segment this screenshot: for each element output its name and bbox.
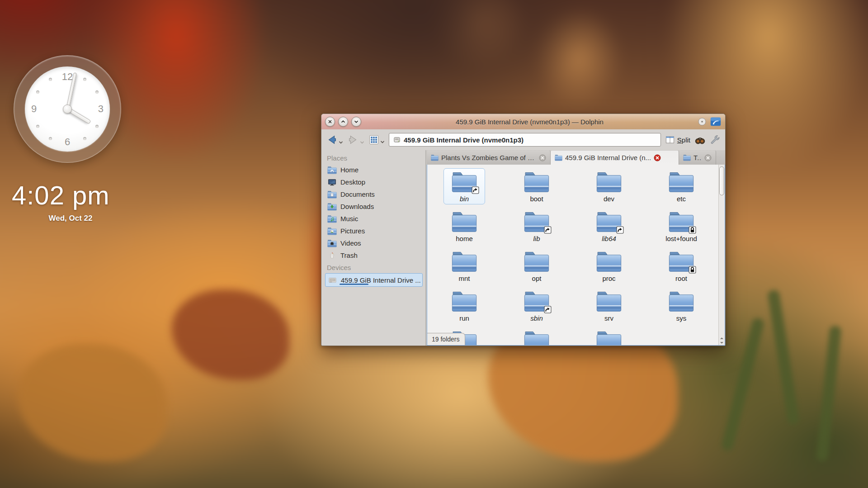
folder-item: etc xyxy=(660,168,702,204)
folder-dev[interactable]: dev xyxy=(573,168,645,208)
folder-icon xyxy=(524,330,550,346)
trash-icon xyxy=(327,251,337,260)
folder-grid: bin boot dev etc xyxy=(428,165,717,346)
scroll-up-button[interactable] xyxy=(720,337,724,340)
folder-item: lib xyxy=(516,208,557,244)
settings-wrench-button[interactable] xyxy=(710,134,721,145)
find-button[interactable] xyxy=(694,134,706,146)
sidebar-item-music[interactable]: Music xyxy=(325,213,423,225)
forward-button[interactable] xyxy=(347,134,364,146)
analog-clock-widget[interactable]: 12 3 6 9 xyxy=(14,55,121,163)
folder-etc[interactable]: etc xyxy=(645,168,717,208)
close-icon xyxy=(327,119,333,124)
music-folder-icon xyxy=(327,215,337,223)
folder-icon xyxy=(596,290,622,312)
tab-plants-vs-zombies-game-of-th[interactable]: Plants Vs Zombies Game of th... xyxy=(427,151,551,165)
tab-close-button[interactable] xyxy=(704,154,712,161)
drive-icon xyxy=(393,136,401,143)
sidebar-item-desktop[interactable]: Desktop xyxy=(325,176,423,188)
folder-view[interactable]: bin boot dev etc xyxy=(427,165,725,346)
folder-lost-found[interactable]: lost+found xyxy=(645,208,717,248)
folder-home[interactable]: home xyxy=(428,208,500,248)
folder-item: lib64 xyxy=(588,208,630,244)
folder-root[interactable]: root xyxy=(645,248,717,288)
dolphin-app-icon xyxy=(710,116,722,128)
folder-run[interactable]: run xyxy=(428,288,500,327)
folder-sys[interactable]: sys xyxy=(645,288,717,327)
folder-icon xyxy=(524,251,550,272)
back-history-chevron-icon[interactable] xyxy=(339,141,343,144)
icons-view-icon xyxy=(368,134,379,145)
hard-drive-icon xyxy=(328,276,337,284)
sidebar-item-home[interactable]: Home xyxy=(325,164,423,176)
clock-hour-dot xyxy=(49,137,52,140)
vertical-scrollbar[interactable] xyxy=(718,165,725,345)
symlink-emblem-icon xyxy=(472,186,479,194)
clock-numeral-12: 12 xyxy=(62,71,73,83)
folder-item: dev xyxy=(588,168,630,204)
sidebar-item-videos[interactable]: Videos xyxy=(325,237,423,249)
sidebar-item-label: Downloads xyxy=(340,203,374,210)
folder-bin[interactable]: bin xyxy=(428,168,500,208)
folder-icon-box xyxy=(668,251,694,272)
tab-label: Plants Vs Zombies Game of th... xyxy=(441,154,536,161)
clock-numeral-3: 3 xyxy=(98,103,104,115)
sidebar-item-459-9-gib-internal-drive[interactable]: 459.9 GiB Internal Drive ... xyxy=(325,273,423,287)
time-display: 4:02 pm Wed, Oct 22 xyxy=(12,180,129,223)
titlebar[interactable]: 459.9 GiB Internal Drive (nvme0n1p3) — D… xyxy=(321,114,725,129)
location-text: 459.9 GiB Internal Drive (nvme0n1p3) xyxy=(404,136,524,144)
sidebar-item-documents[interactable]: Documents xyxy=(325,188,423,200)
split-button[interactable]: Split xyxy=(665,135,690,145)
forward-arrow-icon xyxy=(347,134,359,146)
folder-icon-box xyxy=(451,251,477,272)
tab-close-button[interactable] xyxy=(654,154,661,161)
folder-icon xyxy=(451,251,477,272)
folder-icon xyxy=(451,290,477,312)
folder-sbin[interactable]: sbin xyxy=(500,288,573,327)
back-arrow-icon xyxy=(326,134,338,146)
close-window-button[interactable] xyxy=(325,117,335,127)
clock-face: 12 3 6 9 xyxy=(25,66,110,152)
folder-boot[interactable]: boot xyxy=(500,168,573,208)
folder-label: lib64 xyxy=(602,235,616,242)
folder-icon xyxy=(683,154,691,161)
tab-close-button[interactable] xyxy=(539,154,546,161)
folder-lib[interactable]: lib xyxy=(500,208,573,248)
view-mode-button[interactable] xyxy=(368,134,385,145)
folder-icon-box xyxy=(596,171,622,193)
folder-icon-box xyxy=(668,171,694,193)
sidebar-item-downloads[interactable]: Downloads xyxy=(325,200,423,213)
forward-history-chevron-icon[interactable] xyxy=(360,141,364,144)
folder-item: root xyxy=(660,248,702,284)
folder-usr[interactable]: usr xyxy=(500,327,573,346)
tab-label: 459.9 GiB Internal Drive (n... xyxy=(565,154,651,161)
tab-459-9-gib-internal-drive-n[interactable]: 459.9 GiB Internal Drive (n... xyxy=(551,151,679,165)
clock-hour-dot xyxy=(49,78,52,81)
scrollbar-handle[interactable] xyxy=(719,166,724,195)
folder-icon xyxy=(555,154,562,161)
lock-emblem-icon xyxy=(689,266,696,274)
folder-icon-box xyxy=(524,171,550,193)
folder-icon-box xyxy=(524,251,550,272)
folder-icon-box xyxy=(451,171,477,193)
folder-srv[interactable]: srv xyxy=(573,288,645,327)
folder-opt[interactable]: opt xyxy=(500,248,573,288)
folder-var[interactable]: var xyxy=(573,327,645,346)
sidebar-item-pictures[interactable]: Pictures xyxy=(325,225,423,237)
folder-proc[interactable]: proc xyxy=(573,248,645,288)
maximize-window-button[interactable] xyxy=(338,117,348,127)
tab-label: Text xyxy=(693,154,702,161)
sidebar-item-trash[interactable]: Trash xyxy=(325,249,423,261)
scroll-down-button[interactable] xyxy=(720,341,724,344)
minimize-window-button[interactable] xyxy=(351,117,361,127)
view-mode-chevron-icon[interactable] xyxy=(380,140,385,144)
clock-hub xyxy=(63,104,72,114)
back-button[interactable] xyxy=(326,134,343,146)
folder-mnt[interactable]: mnt xyxy=(428,248,500,288)
folder-lib64[interactable]: lib64 xyxy=(573,208,645,248)
window-menu-button[interactable] xyxy=(698,118,706,126)
sidebar-item-label: 459.9 GiB Internal Drive ... xyxy=(341,276,421,284)
folder-icon xyxy=(524,171,550,193)
tab-text[interactable]: Text xyxy=(679,151,716,165)
location-bar[interactable]: 459.9 GiB Internal Drive (nvme0n1p3) xyxy=(389,133,661,147)
